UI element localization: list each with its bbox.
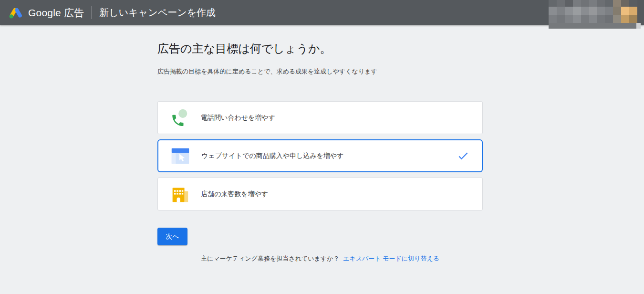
page-title: 新しいキャンペーンを作成 <box>99 6 216 19</box>
mosaic-cell <box>621 15 629 23</box>
mosaic-cell <box>549 7 557 15</box>
mosaic-cell <box>629 7 637 15</box>
mosaic-cell <box>589 15 597 23</box>
mosaic-cell <box>597 15 605 23</box>
mosaic-cell <box>589 0 597 7</box>
app-header: Google 広告 新しいキャンペーンを作成 <box>0 0 644 25</box>
mode-footer: 主にマーケティング業務を担当されていますか？ エキスパート モードに切り替える <box>157 254 483 263</box>
mosaic-cell <box>549 15 557 23</box>
goal-option-label: 電話問い合わせを増やす <box>201 114 275 122</box>
mosaic-cell <box>613 15 621 23</box>
mosaic-cell <box>597 7 605 15</box>
redacted-account-info[interactable] <box>549 0 637 29</box>
mosaic-cell <box>557 7 565 15</box>
google-ads-logo-icon <box>9 6 23 19</box>
expert-mode-link[interactable]: エキスパート モードに切り替える <box>343 255 439 262</box>
next-button[interactable]: 次へ <box>157 228 187 245</box>
mosaic-cell <box>629 15 637 23</box>
mosaic-cell <box>565 15 573 23</box>
header-divider <box>92 6 92 19</box>
question-title: 広告の主な目標は何でしょうか。 <box>157 41 332 56</box>
goal-option-phone-calls[interactable]: 電話問い合わせを増やす <box>157 101 483 134</box>
mosaic-cell <box>621 7 629 15</box>
storefront-icon <box>169 183 191 205</box>
mosaic-cell <box>565 0 573 7</box>
footer-question: 主にマーケティング業務を担当されていますか？ <box>201 255 340 262</box>
mosaic-cell <box>581 0 589 7</box>
mosaic-cell <box>549 0 557 7</box>
goal-option-store-visits[interactable]: 店舗の来客数を増やす <box>157 178 483 210</box>
question-subtitle: 広告掲載の目標を具体的に定めることで、求める成果を達成しやすくなります <box>157 67 377 76</box>
mosaic-cell <box>589 7 597 15</box>
mosaic-cell <box>573 7 581 15</box>
mosaic-cell <box>629 0 637 7</box>
mosaic-cell <box>621 0 629 7</box>
selected-check-icon <box>457 150 469 162</box>
mosaic-cell <box>581 15 589 23</box>
mosaic-cell <box>557 0 565 7</box>
mosaic-cell <box>605 15 613 23</box>
mosaic-cell <box>605 0 613 7</box>
goal-option-website-conversions[interactable]: ウェブサイトでの商品購入や申し込みを増やす <box>157 139 483 172</box>
mosaic-cell <box>573 0 581 7</box>
mosaic-cell <box>581 7 589 15</box>
mosaic-cell <box>557 15 565 23</box>
mosaic-cell <box>573 15 581 23</box>
mosaic-cell <box>597 0 605 7</box>
phone-call-icon <box>169 107 191 129</box>
brand-name: Google 広告 <box>28 6 84 20</box>
website-cursor-icon <box>169 145 191 167</box>
mosaic-cell <box>613 7 621 15</box>
mosaic-cell <box>605 7 613 15</box>
goal-option-label: ウェブサイトでの商品購入や申し込みを増やす <box>201 152 344 160</box>
google-ads-brand: Google 広告 <box>9 6 84 20</box>
mosaic-cell <box>565 7 573 15</box>
mosaic-bottom-strip <box>549 23 641 29</box>
goal-option-label: 店舗の来客数を増やす <box>201 190 268 199</box>
mosaic-cell <box>613 0 621 7</box>
